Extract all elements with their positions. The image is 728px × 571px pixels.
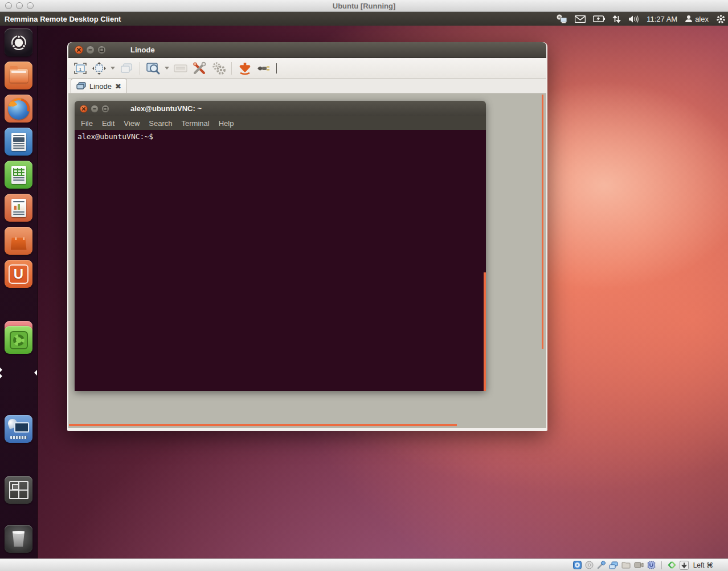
launcher-item-software-center[interactable] (5, 227, 32, 255)
menu-edit[interactable]: Edit (102, 119, 114, 128)
tab-label: Linode (89, 82, 112, 91)
volume-icon[interactable] (628, 15, 639, 23)
trash-icon (12, 531, 26, 547)
remmina-titlebar[interactable]: Linode (68, 42, 546, 58)
session-user[interactable]: alex (685, 15, 709, 23)
ubuntu-one-icon: U (9, 264, 28, 284)
unity-launcher: U (0, 26, 38, 558)
toggle-scaled-mode-button[interactable] (146, 61, 161, 76)
network-adapters-icon[interactable] (609, 561, 618, 569)
impress-presentation-icon (11, 199, 26, 217)
launcher-item-libreoffice-calc[interactable] (5, 161, 32, 189)
vbox-statusbar: Left ⌘ (0, 558, 728, 571)
terminal-menubar: File Edit View Search Terminal Help (75, 116, 486, 130)
mouse-integration-icon[interactable] (668, 561, 676, 569)
terminal-minimize-button[interactable] (91, 105, 99, 113)
svg-text:1: 1 (79, 66, 82, 71)
tab-linode[interactable]: Linode ✖ (71, 79, 127, 93)
launcher-item-firefox[interactable] (5, 95, 32, 123)
green-gear-icon (10, 331, 28, 349)
disconnect-plug-button[interactable] (256, 61, 271, 76)
writer-document-icon (11, 133, 26, 151)
remmina-running-indicator (0, 368, 2, 372)
terminal-close-button[interactable] (80, 105, 88, 113)
menu-file[interactable]: File (81, 119, 93, 128)
terminal-prompt: alex@ubuntuVNC:~$ (77, 132, 153, 141)
tools-gears-button[interactable] (211, 61, 226, 76)
fit-window-dropdown-icon[interactable] (111, 67, 115, 70)
keyboard-capture-icon[interactable] (680, 561, 689, 570)
launcher-item-software-updater[interactable] (5, 326, 32, 354)
tab-close-icon[interactable]: ✖ (115, 83, 121, 90)
menu-help[interactable]: Help (219, 119, 234, 128)
toggle-fullscreen-button[interactable]: 1 (73, 61, 88, 76)
remote-desktop-view[interactable]: alex@ubuntuVNC: ~ File Edit View Search … (68, 93, 546, 428)
shopping-bag-icon (11, 238, 27, 250)
refresh-artifact-bottom (69, 424, 457, 426)
toolbar-separator (140, 62, 140, 75)
remote-screens-icon (76, 82, 86, 90)
calc-spreadsheet-icon (11, 166, 26, 184)
vm-window-titlebar: Ubuntu [Running] (0, 0, 728, 12)
optical-drives-icon[interactable] (585, 561, 594, 569)
launcher-item-remmina[interactable] (5, 415, 32, 443)
remmina-tab-bar: Linode ✖ (68, 79, 546, 93)
vm-window-title: Ubuntu [Running] (0, 2, 728, 10)
minimize-window-button[interactable] (238, 61, 252, 76)
launcher-item-ubuntu-one[interactable]: U (5, 260, 32, 288)
terminal-titlebar[interactable]: alex@ubuntuVNC: ~ (75, 101, 486, 116)
launcher-item-files[interactable] (5, 62, 32, 89)
terminal-window: alex@ubuntuVNC: ~ File Edit View Search … (75, 101, 486, 391)
ubuntu-logo-icon (9, 33, 28, 52)
menu-search[interactable]: Search (149, 119, 172, 128)
launcher-item-dash-home[interactable] (5, 28, 32, 56)
battery-icon[interactable] (593, 15, 605, 22)
host-key-label: Left ⌘ (693, 561, 713, 569)
preferences-tools-button[interactable] (192, 61, 207, 76)
remmina-running-indicator-2 (0, 374, 2, 378)
username-label: alex (695, 15, 709, 23)
usb-devices-icon[interactable] (597, 561, 606, 569)
window-close-button[interactable] (75, 46, 83, 54)
workspace-grid-icon (9, 481, 28, 499)
mail-icon[interactable] (575, 15, 586, 23)
firefox-icon (8, 98, 30, 120)
clock[interactable]: 11:27 AM (647, 15, 677, 23)
window-maximize-button[interactable] (97, 46, 106, 54)
terminal-maximize-button[interactable] (101, 105, 109, 113)
remmina-window-title: Linode (130, 46, 155, 54)
statusbar-separator (661, 561, 662, 569)
folder-icon (10, 69, 28, 83)
desktop-wallpaper: U (0, 26, 728, 558)
toolbar-separator-2 (231, 62, 232, 75)
shared-folders-icon[interactable] (621, 561, 631, 569)
terminal-content[interactable]: alex@ubuntuVNC:~$ (75, 130, 486, 391)
session-gear-icon[interactable] (716, 14, 726, 24)
menu-view[interactable]: View (124, 119, 140, 128)
menu-terminal[interactable]: Terminal (182, 119, 210, 128)
sync-arrows-icon[interactable] (612, 15, 621, 23)
monitor-icon (14, 422, 29, 433)
terminal-window-title: alex@ubuntuVNC: ~ (130, 104, 202, 113)
display-capture-icon[interactable] (634, 561, 644, 569)
fit-window-button[interactable] (92, 61, 107, 76)
remmina-focused-indicator (34, 370, 37, 376)
launcher-item-libreoffice-writer[interactable] (5, 128, 32, 156)
toolbar-text-caret (276, 63, 277, 74)
indicator-area: 11:27 AM alex (556, 12, 726, 26)
remmina-toolbar: 1 (68, 58, 546, 79)
duplicate-connection-button[interactable] (119, 61, 134, 76)
scaled-mode-dropdown-icon[interactable] (165, 67, 169, 70)
virtualization-chip-icon[interactable] (647, 561, 656, 569)
launcher-item-libreoffice-impress[interactable] (5, 194, 32, 222)
refresh-artifact-terminal (484, 272, 486, 391)
launcher-item-workspace-switcher[interactable] (5, 476, 32, 504)
launcher-item-trash[interactable] (5, 525, 32, 553)
remmina-window: Linode 1 (67, 42, 547, 431)
unity-top-panel: Remmina Remote Desktop Client 11:27 AM a… (0, 12, 728, 26)
hard-disks-icon[interactable] (573, 561, 582, 569)
remmina-applet-icon[interactable] (556, 14, 567, 23)
window-minimize-button[interactable] (86, 46, 95, 54)
grab-keyboard-button[interactable] (173, 61, 188, 76)
active-app-title: Remmina Remote Desktop Client (5, 15, 121, 23)
